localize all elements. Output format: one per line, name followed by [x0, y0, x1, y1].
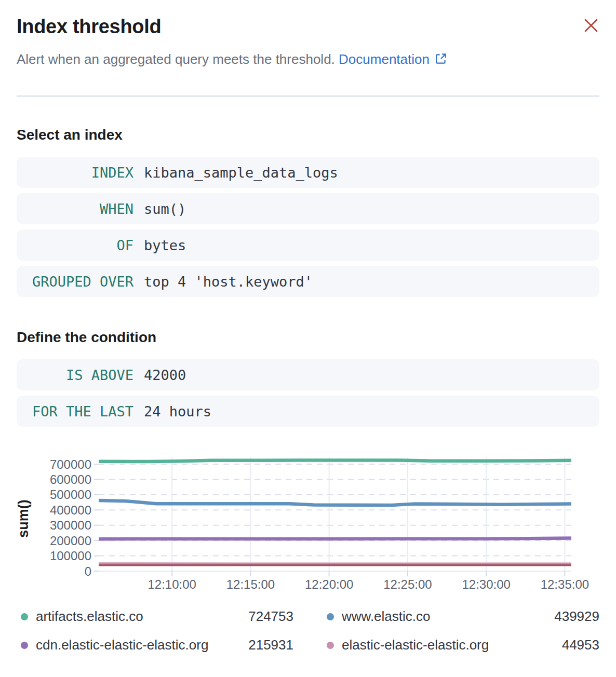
header-divider	[17, 96, 599, 97]
x-tick-label: 12:10:00	[148, 577, 196, 591]
condition-expression-list: IS ABOVE 42000 FOR THE LAST 24 hours	[17, 359, 599, 427]
define-condition-heading: Define the condition	[17, 329, 599, 346]
legend-value: 724753	[248, 608, 293, 625]
legend-dot-green	[21, 613, 28, 620]
expression-of[interactable]: OF bytes	[17, 229, 599, 261]
y-axis-title: sum()	[16, 462, 33, 576]
legend-dot-purple	[21, 642, 28, 649]
expression-value: kibana_sample_data_logs	[144, 165, 338, 181]
y-tick-label: 700000	[50, 457, 91, 471]
y-tick-label: 400000	[50, 503, 91, 517]
legend-item[interactable]: artifacts.elastic.co 724753	[21, 608, 293, 625]
legend-label: cdn.elastic-elastic-elastic.org	[36, 637, 248, 653]
expression-keyword: FOR THE LAST	[17, 403, 133, 419]
legend-label: elastic-elastic-elastic.org	[342, 637, 562, 653]
legend-item[interactable]: elastic-elastic-elastic.org 44953	[327, 637, 599, 653]
expression-value: 42000	[144, 367, 186, 383]
legend-item[interactable]: cdn.elastic-elastic-elastic.org 215931	[21, 637, 293, 653]
y-tick-label: 500000	[50, 488, 91, 502]
select-index-heading: Select an index	[17, 127, 599, 143]
expression-keyword: WHEN	[17, 201, 133, 217]
legend-item[interactable]: www.elastic.co 439929	[327, 608, 599, 625]
x-tick-label: 12:15:00	[226, 577, 275, 591]
legend-label: artifacts.elastic.co	[36, 608, 248, 625]
legend-dot-blue	[327, 613, 334, 620]
legend-value: 215931	[248, 637, 293, 653]
threshold-preview-chart: sum() 0100000200000300000400000500000600…	[0, 444, 616, 600]
threshold-chart-canvas: 0100000200000300000400000500000600000700…	[0, 444, 616, 600]
close-icon	[583, 18, 599, 33]
series-line	[99, 461, 571, 462]
y-tick-label: 200000	[50, 534, 91, 548]
expression-keyword: IS ABOVE	[17, 367, 133, 383]
expression-is-above[interactable]: IS ABOVE 42000	[17, 359, 599, 390]
x-tick-label: 12:20:00	[305, 577, 353, 591]
y-tick-label: 0	[85, 564, 91, 578]
expression-when[interactable]: WHEN sum()	[17, 193, 599, 224]
chart-legend: artifacts.elastic.co 724753 www.elastic.…	[21, 608, 599, 653]
x-tick-label: 12:35:00	[541, 577, 589, 591]
series-line	[99, 538, 571, 539]
expression-value: top 4 'host.keyword'	[144, 274, 313, 290]
external-link-icon	[434, 52, 448, 70]
documentation-link[interactable]: Documentation	[339, 51, 448, 67]
x-tick-label: 12:25:00	[383, 577, 432, 591]
legend-label: www.elastic.co	[342, 608, 554, 625]
y-tick-label: 100000	[50, 549, 91, 563]
flyout-subtitle: Alert when an aggregated query meets the…	[17, 51, 599, 70]
y-tick-label: 300000	[50, 519, 91, 533]
close-flyout-button[interactable]	[581, 16, 601, 36]
expression-keyword: GROUPED OVER	[17, 274, 133, 290]
legend-dot-pink	[327, 642, 334, 649]
series-line	[99, 500, 571, 505]
page-title: Index threshold	[17, 15, 599, 39]
y-tick-label: 600000	[50, 472, 91, 486]
documentation-link-label: Documentation	[339, 51, 430, 67]
expression-value: 24 hours	[144, 403, 211, 419]
x-tick-label: 12:30:00	[462, 577, 510, 591]
expression-keyword: OF	[17, 237, 133, 253]
subtitle-text: Alert when an aggregated query meets the…	[17, 51, 335, 67]
index-threshold-flyout: Index threshold Alert when an aggregated…	[0, 0, 616, 653]
expression-keyword: INDEX	[17, 165, 133, 181]
legend-value: 44953	[562, 637, 599, 653]
expression-for-the-last[interactable]: FOR THE LAST 24 hours	[17, 396, 599, 427]
expression-value: bytes	[144, 237, 186, 253]
expression-value: sum()	[144, 201, 186, 217]
expression-index[interactable]: INDEX kibana_sample_data_logs	[17, 157, 599, 188]
expression-grouped-over[interactable]: GROUPED OVER top 4 'host.keyword'	[17, 266, 599, 297]
legend-value: 439929	[554, 608, 599, 625]
index-expression-list: INDEX kibana_sample_data_logs WHEN sum()…	[17, 157, 599, 297]
